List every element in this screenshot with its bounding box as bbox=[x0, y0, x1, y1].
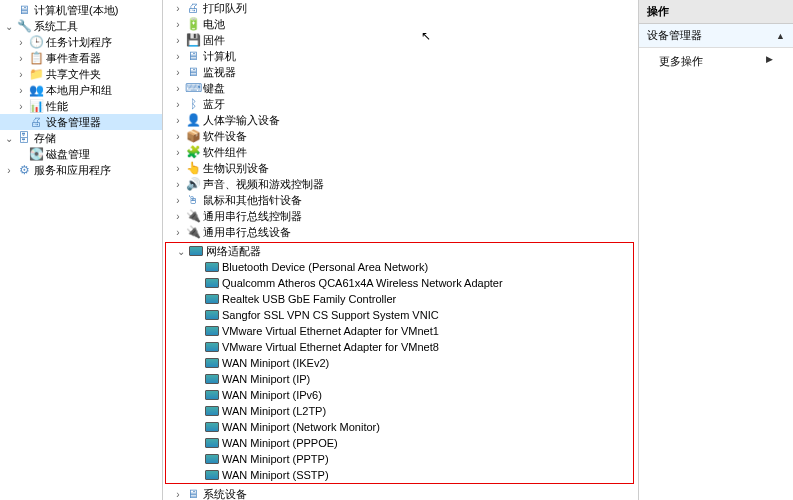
chevron-right-icon[interactable]: › bbox=[171, 113, 185, 127]
chevron-right-icon[interactable]: › bbox=[171, 17, 185, 31]
network-adapter-item[interactable]: WAN Miniport (IP) bbox=[166, 371, 633, 387]
chevron-right-icon[interactable]: › bbox=[14, 67, 28, 81]
tree-node-storage[interactable]: ⌄ 🗄 存储 bbox=[0, 130, 162, 146]
network-adapter-icon bbox=[204, 291, 220, 307]
network-adapter-icon bbox=[204, 259, 220, 275]
device-category-usb-controllers[interactable]: ›🔌通用串行总线控制器 bbox=[163, 208, 638, 224]
chevron-right-icon[interactable]: › bbox=[171, 145, 185, 159]
chevron-right-icon[interactable]: › bbox=[171, 129, 185, 143]
device-category-monitor[interactable]: ›🖥监视器 bbox=[163, 64, 638, 80]
chevron-right-icon[interactable]: › bbox=[171, 177, 185, 191]
chevron-right-icon[interactable]: › bbox=[171, 225, 185, 239]
chevron-right-icon[interactable]: › bbox=[171, 161, 185, 175]
device-category-battery[interactable]: ›🔋电池 bbox=[163, 16, 638, 32]
device-category-sound[interactable]: ›🔊声音、视频和游戏控制器 bbox=[163, 176, 638, 192]
chevron-right-icon[interactable]: › bbox=[171, 209, 185, 223]
network-adapter-item[interactable]: WAN Miniport (L2TP) bbox=[166, 403, 633, 419]
chevron-right-icon[interactable]: › bbox=[171, 65, 185, 79]
network-adapter-item[interactable]: Qualcomm Atheros QCA61x4A Wireless Netwo… bbox=[166, 275, 633, 291]
device-category-software-components[interactable]: ›🧩软件组件 bbox=[163, 144, 638, 160]
network-adapter-label: VMware Virtual Ethernet Adapter for VMne… bbox=[222, 341, 439, 353]
firmware-icon: 💾 bbox=[185, 32, 201, 48]
network-adapter-item[interactable]: VMware Virtual Ethernet Adapter for VMne… bbox=[166, 323, 633, 339]
chevron-icon bbox=[14, 147, 28, 161]
network-adapter-label: WAN Miniport (SSTP) bbox=[222, 469, 329, 481]
network-adapter-item[interactable]: WAN Miniport (IKEv2) bbox=[166, 355, 633, 371]
device-category-computer[interactable]: ›🖥计算机 bbox=[163, 48, 638, 64]
device-category-label: 监视器 bbox=[203, 65, 236, 80]
tree-node-root[interactable]: 🖥 计算机管理(本地) bbox=[0, 2, 162, 18]
device-category-keyboard[interactable]: ›⌨键盘 bbox=[163, 80, 638, 96]
network-adapter-icon bbox=[204, 403, 220, 419]
computer-icon: 🖥 bbox=[16, 2, 32, 18]
chevron-right-icon[interactable]: › bbox=[14, 51, 28, 65]
chevron-icon bbox=[2, 3, 16, 17]
device-category-system-devices[interactable]: ›🖥系统设备 bbox=[163, 486, 638, 500]
network-adapter-item[interactable]: Realtek USB GbE Family Controller bbox=[166, 291, 633, 307]
chevron-right-icon[interactable]: › bbox=[171, 487, 185, 500]
chevron-down-icon[interactable]: ⌄ bbox=[2, 131, 16, 145]
network-adapter-item[interactable]: WAN Miniport (SSTP) bbox=[166, 467, 633, 483]
tree-node-local-users[interactable]: › 👥 本地用户和组 bbox=[0, 82, 162, 98]
tree-label: 事件查看器 bbox=[46, 51, 101, 66]
chevron-right-icon[interactable]: › bbox=[171, 49, 185, 63]
device-category-software-devices[interactable]: ›📦软件设备 bbox=[163, 128, 638, 144]
device-category-print-queue[interactable]: ›🖨打印队列 bbox=[163, 0, 638, 16]
software-device-icon: 📦 bbox=[185, 128, 201, 144]
device-tree: ›🖨打印队列›🔋电池›💾固件›🖥计算机›🖥监视器›⌨键盘›ᛒ蓝牙›👤人体学输入设… bbox=[163, 0, 638, 500]
bluetooth-icon: ᛒ bbox=[185, 96, 201, 112]
device-category-firmware[interactable]: ›💾固件 bbox=[163, 32, 638, 48]
chevron-icon bbox=[14, 115, 28, 129]
chevron-right-icon[interactable]: › bbox=[14, 35, 28, 49]
highlight-annotation: ⌄ 网络适配器 Bluetooth Device (Personal Area … bbox=[165, 242, 634, 484]
network-adapter-icon bbox=[204, 387, 220, 403]
users-icon: 👥 bbox=[28, 82, 44, 98]
device-category-mouse[interactable]: ›🖱鼠标和其他指针设备 bbox=[163, 192, 638, 208]
actions-section[interactable]: 设备管理器 ▲ bbox=[639, 24, 793, 48]
folder-icon: 📁 bbox=[28, 66, 44, 82]
triangle-right-icon: ▶ bbox=[766, 54, 773, 64]
device-category-bluetooth[interactable]: ›ᛒ蓝牙 bbox=[163, 96, 638, 112]
tree-node-performance[interactable]: › 📊 性能 bbox=[0, 98, 162, 114]
sound-icon: 🔊 bbox=[185, 176, 201, 192]
action-more-operations[interactable]: 更多操作 ▶ bbox=[639, 48, 793, 75]
chevron-down-icon[interactable]: ⌄ bbox=[2, 19, 16, 33]
device-category-network-adapters[interactable]: ⌄ 网络适配器 bbox=[166, 243, 633, 259]
device-category-hid[interactable]: ›👤人体学输入设备 bbox=[163, 112, 638, 128]
chevron-right-icon[interactable]: › bbox=[171, 97, 185, 111]
tree-node-disk-mgmt[interactable]: 💽 磁盘管理 bbox=[0, 146, 162, 162]
network-adapter-item[interactable]: WAN Miniport (PPPOE) bbox=[166, 435, 633, 451]
tree-label: 存储 bbox=[34, 131, 56, 146]
tree-node-shared-folders[interactable]: › 📁 共享文件夹 bbox=[0, 66, 162, 82]
network-adapter-item[interactable]: Sangfor SSL VPN CS Support System VNIC bbox=[166, 307, 633, 323]
tree-node-services[interactable]: › ⚙ 服务和应用程序 bbox=[0, 162, 162, 178]
device-category-biometric[interactable]: ›👆生物识别设备 bbox=[163, 160, 638, 176]
network-adapter-item[interactable]: VMware Virtual Ethernet Adapter for VMne… bbox=[166, 339, 633, 355]
network-adapter-item[interactable]: Bluetooth Device (Personal Area Network) bbox=[166, 259, 633, 275]
tree-node-device-manager[interactable]: 🖨 设备管理器 bbox=[0, 114, 162, 130]
network-adapter-item[interactable]: WAN Miniport (Network Monitor) bbox=[166, 419, 633, 435]
device-category-usb-devices[interactable]: ›🔌通用串行总线设备 bbox=[163, 224, 638, 240]
chevron-right-icon[interactable]: › bbox=[2, 163, 16, 177]
battery-icon: 🔋 bbox=[185, 16, 201, 32]
chevron-down-icon[interactable]: ⌄ bbox=[174, 244, 188, 258]
chevron-right-icon[interactable]: › bbox=[14, 83, 28, 97]
tree-label: 共享文件夹 bbox=[46, 67, 101, 82]
tree-node-system-tools[interactable]: ⌄ 🔧 系统工具 bbox=[0, 18, 162, 34]
device-category-label: 蓝牙 bbox=[203, 97, 225, 112]
network-adapter-icon bbox=[204, 339, 220, 355]
navigation-tree: 🖥 计算机管理(本地) ⌄ 🔧 系统工具 › 🕒 任务计划程序 › 📋 事件查看… bbox=[0, 0, 163, 500]
actions-header: 操作 bbox=[639, 0, 793, 24]
chevron-right-icon[interactable]: › bbox=[14, 99, 28, 113]
chevron-right-icon[interactable]: › bbox=[171, 1, 185, 15]
network-adapter-icon bbox=[204, 419, 220, 435]
chevron-right-icon[interactable]: › bbox=[171, 33, 185, 47]
tree-node-task-scheduler[interactable]: › 🕒 任务计划程序 bbox=[0, 34, 162, 50]
chevron-right-icon[interactable]: › bbox=[171, 81, 185, 95]
tree-node-event-viewer[interactable]: › 📋 事件查看器 bbox=[0, 50, 162, 66]
event-icon: 📋 bbox=[28, 50, 44, 66]
network-adapter-item[interactable]: WAN Miniport (PPTP) bbox=[166, 451, 633, 467]
network-adapter-icon bbox=[204, 371, 220, 387]
chevron-right-icon[interactable]: › bbox=[171, 193, 185, 207]
network-adapter-item[interactable]: WAN Miniport (IPv6) bbox=[166, 387, 633, 403]
